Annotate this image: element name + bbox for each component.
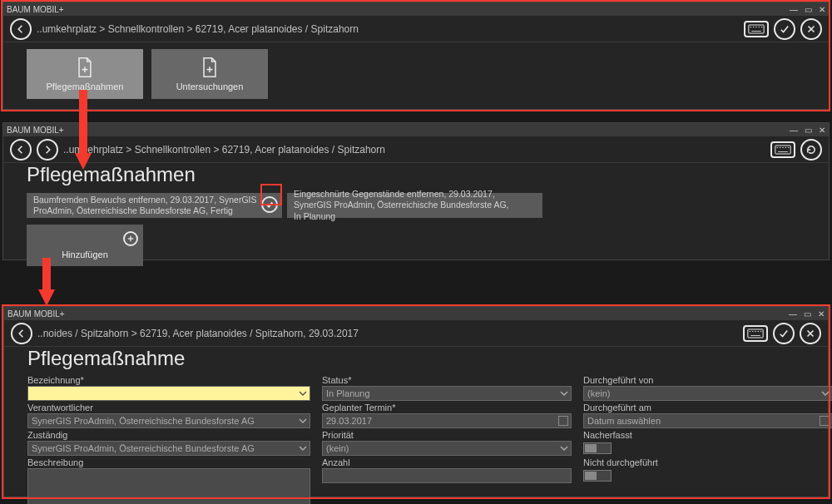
minimize-button[interactable]: —: [789, 309, 797, 319]
field-anzahl: Anzahl: [322, 457, 572, 504]
field-label: Bezeichnung*: [27, 375, 310, 385]
field-prioritaet: Priorität (kein): [322, 430, 572, 456]
window-controls: — ▭ ✕: [790, 5, 825, 14]
close-window-button[interactable]: ✕: [818, 309, 825, 319]
chevron-down-icon: [299, 417, 307, 425]
field-label: Durchgeführt am: [583, 403, 832, 413]
field-beschreibung: Beschreibung: [27, 457, 310, 504]
minimize-button[interactable]: —: [790, 126, 798, 135]
field-label: Anzahl: [322, 457, 572, 467]
maximize-button[interactable]: ▭: [804, 309, 811, 319]
close-button[interactable]: [800, 323, 821, 344]
app-title: BAUM MOBIL+: [7, 5, 64, 14]
titlebar: BAUM MOBIL+ — ▭ ✕: [4, 307, 828, 320]
field-status: Status* In Planung: [322, 375, 572, 401]
field-label: Nacherfasst: [583, 430, 832, 440]
beschreibung-textarea[interactable]: [27, 468, 310, 504]
status-select[interactable]: In Planung: [322, 386, 572, 401]
geplanter-termin-input[interactable]: 29.03.2017: [322, 413, 572, 428]
select-value: In Planung: [326, 388, 370, 398]
back-button[interactable]: [10, 139, 32, 161]
tile-label: Pflegemaßnahmen: [47, 82, 124, 91]
zustaendig-select[interactable]: SynerGIS ProAdmin, Österreichische Bunde…: [27, 441, 310, 456]
field-label: Geplanter Termin*: [322, 403, 572, 413]
svg-marker-34: [38, 289, 55, 306]
toolbar: ..noides / Spitzahorn > 62719, Acer plat…: [4, 320, 828, 347]
card-entry-2[interactable]: Eingeschnürte Gegenstände entfernen, 29.…: [287, 193, 542, 218]
close-window-button[interactable]: ✕: [819, 126, 825, 135]
keyboard-icon[interactable]: [770, 141, 795, 158]
chevron-down-icon: [821, 389, 830, 398]
add-tile[interactable]: Hinzufügen: [27, 225, 143, 266]
keyboard-icon[interactable]: [743, 325, 768, 342]
select-value: SynerGIS ProAdmin, Österreichische Bunde…: [32, 416, 255, 426]
field-durchgefuehrt-am: Durchgeführt am Datum auswählen: [583, 403, 832, 428]
field-label: Status*: [322, 375, 572, 385]
confirm-button[interactable]: [773, 323, 795, 344]
tile-untersuchungen[interactable]: Untersuchungen: [151, 49, 268, 99]
window-controls: — ▭ ✕: [789, 309, 825, 319]
svg-rect-22: [748, 329, 763, 338]
card-text: Eingeschnürte Gegenstände entfernen, 29.…: [294, 189, 518, 221]
chevron-down-icon: [299, 444, 307, 452]
select-value: (kein): [326, 443, 349, 453]
bezeichnung-input[interactable]: [27, 386, 310, 401]
chevron-down-icon: [560, 389, 568, 398]
verantwortlicher-select[interactable]: SynerGIS ProAdmin, Österreichische Bunde…: [27, 413, 310, 428]
minimize-button[interactable]: —: [790, 5, 798, 14]
breadcrumb: ..noides / Spitzahorn > 62719, Acer plat…: [37, 328, 359, 339]
tile-label: Untersuchungen: [176, 82, 244, 91]
document-plus-icon: [76, 57, 94, 78]
close-window-button[interactable]: ✕: [819, 5, 825, 14]
back-button[interactable]: [10, 18, 32, 40]
toolbar: ..umkehrplatz > Schnellkontrollen > 6271…: [3, 16, 829, 42]
calendar-icon: [558, 416, 568, 426]
keyboard-icon[interactable]: [744, 21, 769, 37]
tile-pflegemassnahmen[interactable]: Pflegemaßnahmen: [27, 49, 143, 99]
field-geplanter-termin: Geplanter Termin* 29.03.2017: [322, 403, 572, 428]
svg-rect-0: [749, 25, 764, 33]
cards-row: Baumfremden Bewuchs entfernen, 29.03.201…: [3, 190, 829, 221]
durchgefuehrt-von-select[interactable]: (kein): [583, 386, 832, 401]
field-label: Beschreibung: [27, 457, 310, 467]
form-grid: Bezeichnung* Status* In Planung Durchgef…: [4, 373, 828, 504]
app-title: BAUM MOBIL+: [7, 309, 65, 319]
input-value: 29.03.2017: [326, 416, 372, 426]
field-zustaendig: Zuständig SynerGIS ProAdmin, Österreichi…: [27, 430, 310, 456]
forward-button[interactable]: [37, 139, 58, 161]
nacherfasst-toggle[interactable]: [583, 442, 612, 454]
field-nicht-durchgefuehrt: Nicht durchgeführt: [583, 457, 832, 504]
titlebar: BAUM MOBIL+ — ▭ ✕: [3, 2, 829, 16]
document-plus-icon: [201, 57, 219, 78]
input-placeholder: Datum auswählen: [587, 416, 661, 426]
refresh-button[interactable]: [800, 139, 822, 161]
tiles-row: Pflegemaßnahmen Untersuchungen: [3, 42, 829, 107]
maximize-button[interactable]: ▭: [805, 126, 812, 135]
select-value: SynerGIS ProAdmin, Österreichische Bunde…: [32, 443, 255, 453]
prioritaet-select[interactable]: (kein): [322, 441, 572, 456]
confirm-button[interactable]: [774, 18, 795, 40]
window-controls: — ▭ ✕: [790, 126, 825, 135]
durchgefuehrt-am-input[interactable]: Datum auswählen: [583, 413, 832, 428]
toolbar: ..umkehrplatz > Schnellkontrollen > 6271…: [3, 136, 829, 163]
field-label: Priorität: [322, 430, 572, 440]
window-schnellkontrolle: BAUM MOBIL+ — ▭ ✕ ..umkehrplatz > Schnel…: [2, 2, 830, 110]
nicht-durchgefuehrt-toggle[interactable]: [583, 470, 612, 482]
field-label: Verantwortlicher: [27, 403, 310, 413]
maximize-button[interactable]: ▭: [805, 5, 812, 14]
status-done-icon: [261, 196, 278, 213]
close-button[interactable]: [800, 18, 822, 40]
app-title: BAUM MOBIL+: [7, 126, 64, 135]
field-bezeichnung: Bezeichnung*: [27, 375, 310, 401]
field-nacherfasst: Nacherfasst: [583, 430, 832, 456]
add-label: Hinzufügen: [62, 250, 108, 259]
back-button[interactable]: [11, 323, 32, 344]
chevron-down-icon: [299, 389, 307, 398]
field-label: Durchgeführt von: [583, 375, 832, 385]
card-text: Baumfremden Bewuchs entfernen, 29.03.201…: [33, 195, 257, 216]
card-entry-1[interactable]: Baumfremden Bewuchs entfernen, 29.03.201…: [27, 193, 282, 218]
field-verantwortlicher: Verantwortlicher SynerGIS ProAdmin, Öste…: [27, 403, 310, 428]
anzahl-input[interactable]: [322, 468, 572, 483]
breadcrumb: ..umkehrplatz > Schnellkontrollen > 6271…: [37, 23, 359, 35]
field-label: Nicht durchgeführt: [583, 457, 832, 467]
